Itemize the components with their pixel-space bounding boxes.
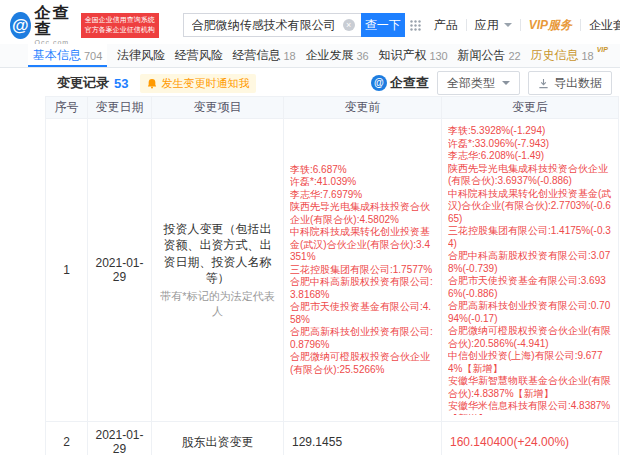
shareholder-after-entry: 陕西先导光电集成科技投资合伙企业(有限合伙):3.6937%(-0.886) <box>448 163 612 188</box>
tab-operation-risk[interactable]: 经营风险 <box>175 44 223 67</box>
qcc-mini-logo-icon <box>371 75 387 91</box>
shareholder-before-entry: 中科院科技成果转化创业投资基金(武汉)合伙企业(有限合伙):3.4351% <box>290 226 435 264</box>
row-index: 1 <box>46 119 88 422</box>
col-header-after: 变更后 <box>442 97 619 119</box>
table-row: 2 2021-01-29 股东出资变更 129.1455 160.140400(… <box>46 422 619 455</box>
tab-operation-info[interactable]: 经营信息18 <box>232 44 295 67</box>
change-after-cell: 李轶:5.3928%(-1.294)许磊*:33.096%(-7.943)李志华… <box>442 119 619 422</box>
change-before-cell: 李轶:6.687%许磊*:41.039%李志华:7.6979%陕西先导光电集成科… <box>284 119 442 422</box>
shareholder-after-entry: 合肥微纳可橙股权投资合伙企业(有限合伙):20.586%(-4.941) <box>448 325 612 350</box>
search-button[interactable]: 查一下 <box>361 13 405 37</box>
nav-item-products[interactable]: 产品 <box>426 17 466 34</box>
shareholder-before-entry: 合肥中科高新股权投资有限公司:3.8168% <box>290 276 435 301</box>
change-date: 2021-01-29 <box>88 422 152 455</box>
nav-item-vip[interactable]: VIP服务 <box>521 17 580 34</box>
change-record-table: 序号 变更日期 变更项目 变更前 变更后 1 2021-01-29 投资人变更（… <box>45 96 618 455</box>
nav-item-enterprise-plan[interactable]: 企业套餐 <box>581 17 620 34</box>
tab-intellectual-property[interactable]: 知识产权130 <box>378 44 447 67</box>
shareholder-after-entry: 合肥高新科技创业投资有限公司:0.7094%(-0.17) <box>448 300 612 325</box>
col-header-date: 变更日期 <box>88 97 152 119</box>
change-before-value: 129.1455 <box>284 422 442 455</box>
change-before-list: 李轶:6.687%许磊*:41.039%李志华:7.6979%陕西先导光电集成科… <box>290 164 435 377</box>
change-after-list: 李轶:5.3928%(-1.294)许磊*:33.096%(-7.943)李志华… <box>448 125 612 415</box>
tab-news-announcements[interactable]: 新闻公告22 <box>457 44 520 67</box>
shareholder-before-entry: 李轶:6.687% <box>290 164 435 177</box>
shareholder-after-entry: 中信创业投资(上海)有限公司:9.6774%【新增】 <box>448 350 612 375</box>
chevron-down-icon <box>502 81 510 85</box>
official-badge: 全国企业信用查询系统 官方备案企业征信机构 <box>81 13 159 38</box>
vip-badge: VIP <box>597 46 608 53</box>
qcc-logo-text: 企查查 <box>35 5 76 37</box>
table-row: 1 2021-01-29 投资人变更（包括出资额、出资方式、出资日期、投资人名称… <box>46 119 619 422</box>
col-header-index: 序号 <box>46 97 88 119</box>
shareholder-after-entry: 合肥市天使投资基金有限公司:3.6936%(-0.886) <box>448 275 612 300</box>
shareholder-before-entry: 陕西先导光电集成科技投资合伙企业(有限合伙):4.5802% <box>290 201 435 226</box>
change-after-value: 160.140400(+24.00%) <box>442 422 619 455</box>
shareholder-after-entry: 李轶:5.3928%(-1.294) <box>448 125 612 138</box>
change-record-section-bar: 变更记录 53 发生变更时通知我 企查查 全部类型 导出数据 <box>0 68 620 96</box>
change-item-text: 投资人变更（包括出资额、出资方式、出资日期、投资人名称等） <box>158 221 277 286</box>
shareholder-before-entry: 合肥微纳可橙股权投资合伙企业(有限合伙):25.5266% <box>290 351 435 376</box>
notify-on-change-tag[interactable]: 发生变更时通知我 <box>140 74 256 93</box>
row-index: 2 <box>46 422 88 455</box>
clear-search-icon[interactable] <box>343 19 355 31</box>
change-item: 投资人变更（包括出资额、出资方式、出资日期、投资人名称等） 带有*标记的为法定代… <box>152 119 284 422</box>
tab-basic-info[interactable]: 基本信息704 <box>28 44 107 67</box>
shareholder-before-entry: 合肥市天使投资基金有限公司:4.58% <box>290 301 435 326</box>
change-item: 股东出资变更 <box>152 422 284 455</box>
shareholder-after-entry: 三花控股集团有限公司:1.4175%(-0.34) <box>448 225 612 250</box>
search-bar: 查一下 <box>183 13 405 37</box>
col-header-item: 变更项目 <box>152 97 284 119</box>
tab-legal-risk[interactable]: 法律风险 <box>117 44 165 67</box>
type-filter-dropdown[interactable]: 全部类型 <box>437 71 520 95</box>
export-data-button[interactable]: 导出数据 <box>528 71 612 95</box>
download-icon <box>538 78 549 89</box>
qcc-logo[interactable]: 企查查 Qcc.com <box>10 5 76 45</box>
top-nav: 产品 应用 VIP服务 企业套餐 <box>405 13 620 37</box>
chevron-down-icon <box>504 23 512 27</box>
shareholder-before-entry: 合肥高新科技创业投资有限公司:0.8796% <box>290 326 435 351</box>
section-count: 53 <box>114 76 128 91</box>
shareholder-after-entry: 安徽华新智慧物联基金合伙企业(有限合伙):4.8387%【新增】 <box>448 375 612 400</box>
nav-item-apps[interactable]: 应用 <box>467 17 520 34</box>
shareholder-after-entry: 李志华:6.208%(-1.49) <box>448 150 612 163</box>
apps-grid-icon[interactable] <box>405 20 426 31</box>
shareholder-after-entry: 许磊*:33.096%(-7.943) <box>448 138 612 151</box>
shareholder-after-entry: 合肥中科高新股权投资有限公司:3.078%(-0.739) <box>448 250 612 275</box>
change-date: 2021-01-29 <box>88 119 152 422</box>
qcc-watermark-logo: 企查查 <box>371 74 429 92</box>
section-title: 变更记录 <box>57 74 109 92</box>
col-header-before: 变更前 <box>284 97 442 119</box>
shareholder-after-entry: 安徽华米信息科技有限公司:4.8387%【新增】 <box>448 400 612 415</box>
search-input[interactable] <box>183 13 361 37</box>
legal-rep-note: 带有*标记的为法定代表人 <box>158 289 277 319</box>
tab-history-info[interactable]: 历史信息18 VIP <box>530 44 608 67</box>
shareholder-after-entry: 中科院科技成果转化创业投资基金(武汉)合伙企业(有限合伙):2.7703%(-0… <box>448 188 612 226</box>
company-tab-bar: 基本信息704 法律风险 经营风险 经营信息18 企业发展36 知识产权130 … <box>0 44 620 68</box>
shareholder-before-entry: 三花控股集团有限公司:1.7577% <box>290 264 435 277</box>
shareholder-before-entry: 许磊*:41.039% <box>290 176 435 189</box>
shareholder-before-entry: 李志华:7.6979% <box>290 189 435 202</box>
tab-company-development[interactable]: 企业发展36 <box>305 44 368 67</box>
table-header-row: 序号 变更日期 变更项目 变更前 变更后 <box>46 97 619 119</box>
qcc-logo-icon <box>10 12 31 39</box>
top-header: 企查查 Qcc.com 全国企业信用查询系统 官方备案企业征信机构 查一下 产品… <box>0 0 620 44</box>
